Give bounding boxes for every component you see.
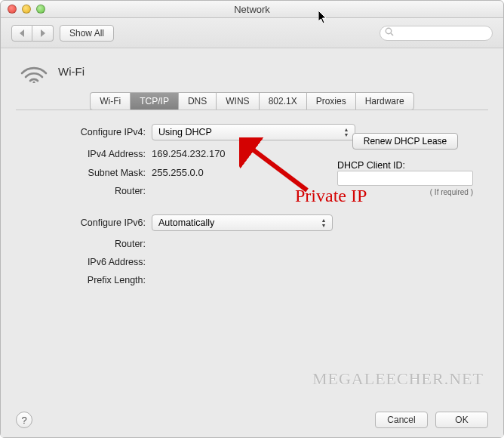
tab-wins[interactable]: WINS bbox=[216, 92, 258, 110]
dhcp-client-id-input[interactable] bbox=[337, 171, 473, 186]
watermark: MEGALEECHER.NET bbox=[312, 369, 484, 389]
renew-dhcp-lease-button[interactable]: Renew DHCP Lease bbox=[352, 133, 459, 150]
ok-button[interactable]: OK bbox=[435, 412, 488, 428]
svg-point-2 bbox=[32, 81, 35, 83]
interface-name: Wi-Fi bbox=[58, 65, 85, 78]
window-title: Network bbox=[1, 1, 503, 18]
chevron-updown-icon: ▲▼ bbox=[318, 217, 329, 229]
label-configure-ipv6: Configure IPv6: bbox=[23, 217, 152, 228]
wifi-icon bbox=[19, 60, 49, 82]
tcpip-panel: Configure IPv4: Using DHCP ▲▼ IPv4 Addre… bbox=[16, 110, 488, 396]
subnet-mask-value: 255.255.0.0 bbox=[152, 167, 204, 178]
minimize-icon[interactable] bbox=[22, 5, 31, 14]
interface-header: Wi-Fi bbox=[16, 56, 488, 92]
tab-tcpip[interactable]: TCP/IP bbox=[130, 92, 178, 110]
label-configure-ipv4: Configure IPv4: bbox=[23, 127, 152, 137]
nav-buttons bbox=[11, 25, 54, 42]
zoom-icon[interactable] bbox=[36, 5, 45, 14]
cancel-button[interactable]: Cancel bbox=[375, 412, 428, 428]
tab-proxies[interactable]: Proxies bbox=[306, 92, 355, 110]
titlebar: Network bbox=[1, 1, 503, 18]
label-prefix-length: Prefix Length: bbox=[23, 275, 152, 285]
search-icon bbox=[385, 27, 394, 39]
close-icon[interactable] bbox=[8, 5, 17, 14]
preferences-window: Network Show All Wi-Fi Wi-Fi TCP/IP DNS … bbox=[0, 0, 504, 438]
tab-bar: Wi-Fi TCP/IP DNS WINS 802.1X Proxies Har… bbox=[16, 92, 488, 110]
label-ipv4-address: IPv4 Address: bbox=[23, 149, 152, 159]
forward-button[interactable] bbox=[32, 25, 54, 42]
configure-ipv4-select[interactable]: Using DHCP ▲▼ bbox=[152, 124, 355, 140]
show-all-button[interactable]: Show All bbox=[60, 25, 114, 42]
toolbar: Show All bbox=[1, 18, 503, 48]
help-button[interactable]: ? bbox=[16, 412, 32, 428]
back-button[interactable] bbox=[11, 25, 32, 42]
search-input[interactable] bbox=[380, 26, 493, 41]
label-router-v4: Router: bbox=[23, 186, 152, 196]
label-router-v6: Router: bbox=[23, 239, 152, 249]
tab-hardware[interactable]: Hardware bbox=[355, 92, 414, 110]
ipv4-address-value: 169.254.232.170 bbox=[152, 148, 226, 159]
tab-8021x[interactable]: 802.1X bbox=[259, 92, 306, 110]
configure-ipv6-select[interactable]: Automatically ▲▼ bbox=[152, 214, 333, 231]
label-ipv6-address: IPv6 Address: bbox=[23, 257, 152, 267]
tab-dns[interactable]: DNS bbox=[178, 92, 216, 110]
label-dhcp-client-id: DHCP Client ID: bbox=[337, 160, 405, 171]
svg-point-0 bbox=[386, 28, 391, 33]
label-subnet-mask: Subnet Mask: bbox=[23, 168, 152, 178]
window-controls bbox=[8, 5, 45, 14]
content-area: Wi-Fi Wi-Fi TCP/IP DNS WINS 802.1X Proxi… bbox=[1, 48, 503, 437]
if-required-note: ( If required ) bbox=[337, 188, 473, 196]
dhcp-column: Renew DHCP Lease DHCP Client ID: ( If re… bbox=[337, 133, 473, 196]
bottom-bar: ? Cancel OK bbox=[1, 403, 503, 437]
configure-ipv4-value: Using DHCP bbox=[158, 127, 212, 137]
svg-line-1 bbox=[391, 33, 393, 35]
tab-wifi[interactable]: Wi-Fi bbox=[90, 92, 130, 110]
configure-ipv6-value: Automatically bbox=[158, 217, 214, 228]
